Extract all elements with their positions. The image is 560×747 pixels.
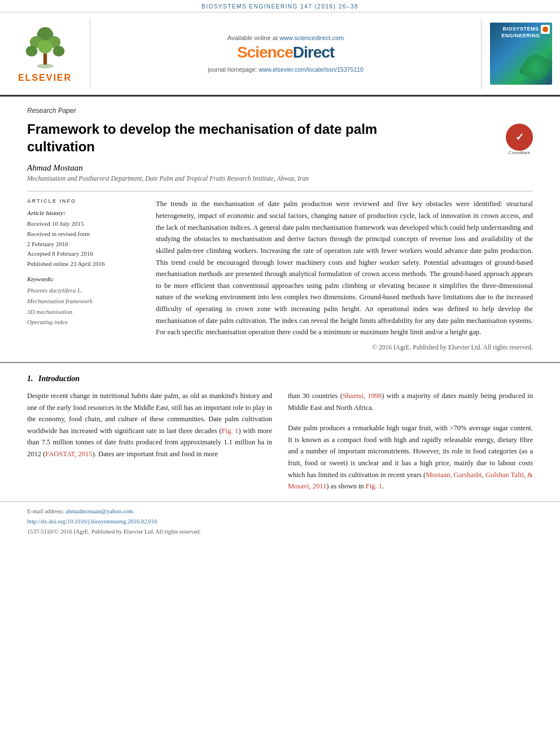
article-info-column: ARTICLE INFO Article history: Received 1… [27,198,140,351]
divider-line [27,191,533,191]
keyword-1: Phoenix dactylifera L. [27,285,140,296]
available-online-text: Available online at www.sciencedirect.co… [228,34,344,41]
cover-title-text: BiosystemsEngineering [501,26,540,39]
abstract-column: The trends in the mechanisation of date … [156,198,533,351]
keywords-label: Keywords: [27,276,140,282]
revised-date: 2 February 2016 [27,239,140,250]
footer-area: E-mail address: ahmadmostaan@yahoo.com. … [0,501,560,540]
shamsi-ref-link[interactable]: Shamsi, 1998 [343,392,382,400]
svg-point-4 [53,45,64,56]
svg-point-3 [25,45,37,56]
elsevier-tree-icon [23,25,68,73]
intro-two-col: Despite recent change in nutritional hab… [27,390,533,492]
paper-title: Framework to develop the mechanisation o… [27,120,411,155]
published-date: Published online 23 April 2016 [27,259,140,269]
doi-link[interactable]: http://dx.doi.org/10.1016/j.biosystemsen… [27,518,158,525]
accepted-date: Accepted 8 February 2016 [27,249,140,259]
keyword-4: Operating index [27,317,140,327]
footer-doi-line: http://dx.doi.org/10.1016/j.biosystemsen… [27,517,533,527]
intro-title-text: Introduction [38,374,80,383]
footer-issn-line: 1537-5110/© 2016 IAgrE. Published by Els… [27,527,533,537]
sciencedirect-url[interactable]: www.sciencedirect.com [279,34,344,41]
keyword-3: 3D mechanisation [27,307,140,317]
received-revised-label: Received in revised form [27,229,140,239]
journal-url[interactable]: www.elsevier.com/locate/issn/15375110 [259,66,364,73]
faostat-link[interactable]: FAOSTAT, 2015 [45,450,92,458]
crossmark-icon[interactable] [506,124,533,151]
footer-email-line: E-mail address: ahmadmostaan@yahoo.com. [27,506,533,517]
intro-right-text-2: Date palm produces a remarkable high sug… [288,422,533,492]
cover-leaf-decoration [518,50,553,85]
paper-type-label: Research Paper [27,107,533,115]
intro-right-col: than 30 countries (Shamsi, 1998) with a … [288,390,533,492]
received-date: Received 10 July 2015 [27,219,140,229]
abstract-text: The trends in the mechanisation of date … [156,198,533,338]
elsevier-logo: ELSEVIER [0,18,90,89]
intro-left-text: Despite recent change in nutritional hab… [27,390,272,460]
journal-homepage-text: journal homepage: www.elsevier.com/locat… [208,66,364,73]
intro-section-title: 1. Introduction [27,374,533,383]
svg-point-7 [37,63,53,68]
journal-bar: BIOSYSTEMS ENGINEERING 147 (2016) 26–38 [0,0,560,12]
sciencedirect-logo: ScienceDirect [237,43,334,62]
author-email-link[interactable]: ahmadmostaan@yahoo.com [65,508,133,514]
header-section: ELSEVIER Available online at www.science… [0,12,560,97]
intro-section-number: 1. [27,374,33,383]
author-affiliation: Mechanisation and Postharvest Department… [27,175,533,182]
fig1-link-right[interactable]: Fig. 1 [366,482,382,490]
abstract-copyright: © 2016 IAgrE. Published by Elsevier Ltd.… [156,344,533,351]
article-history-label: Article history: [27,209,140,216]
mostaan-ref-link[interactable]: Mostaan, Garshasbi, Golshan Tafti, & Mos… [288,471,533,491]
journal-bar-text: BIOSYSTEMS ENGINEERING 147 (2016) 26–38 [202,3,358,10]
main-content: Research Paper Framework to develop the … [0,97,560,363]
header-center: Available online at www.sciencedirect.co… [90,18,481,89]
elsevier-brand-text: ELSEVIER [18,73,72,83]
paper-title-row: Framework to develop the mechanisation o… [27,120,533,155]
intro-right-text: than 30 countries (Shamsi, 1998) with a … [288,390,533,413]
journal-cover-image: BiosystemsEngineering [490,23,552,85]
introduction-section: 1. Introduction Despite recent change in… [0,363,560,501]
author-name: Ahmad Mostaan [27,163,533,173]
keyword-2: Mechanisation framework [27,296,140,307]
journal-cover: BiosystemsEngineering [481,18,560,89]
article-info-heading: ARTICLE INFO [27,198,140,204]
svg-point-5 [38,40,53,53]
fig1-link-left[interactable]: Fig. 1 [222,427,239,435]
article-info-abstract-section: ARTICLE INFO Article history: Received 1… [27,198,533,351]
svg-rect-6 [43,53,46,64]
crossmark-label: CrossMark [509,151,530,155]
intro-left-col: Despite recent change in nutritional hab… [27,390,272,492]
